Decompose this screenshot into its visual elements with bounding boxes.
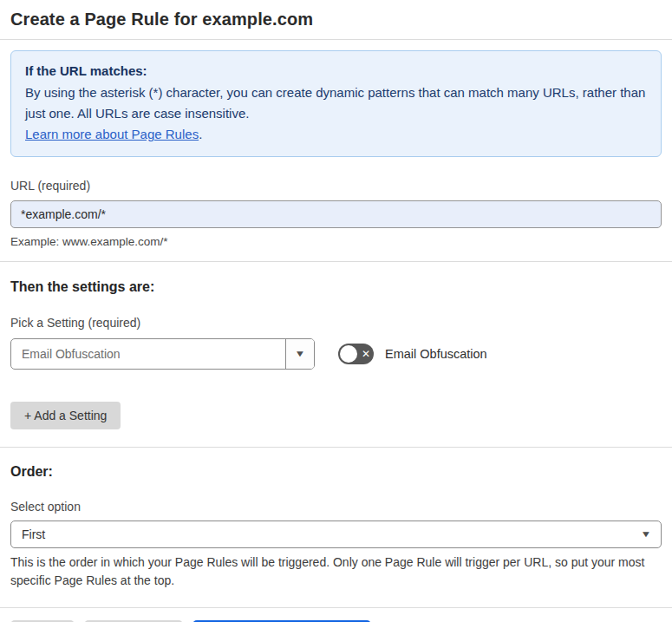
- url-field-label: URL (required): [10, 179, 662, 193]
- order-select[interactable]: First ▼: [10, 521, 662, 548]
- email-obfuscation-toggle[interactable]: ✕: [338, 344, 374, 364]
- settings-section-divider: [0, 447, 672, 448]
- header-divider: [0, 39, 672, 40]
- setting-row: Email Obfuscation ▼ ✕ Email Obfuscation: [10, 338, 662, 370]
- info-box-link-line: Learn more about Page Rules.: [25, 124, 647, 145]
- toggle-off-x-icon: ✕: [362, 344, 370, 364]
- pick-setting-dropdown[interactable]: Email Obfuscation ▼: [10, 338, 315, 370]
- toggle-knob: [340, 345, 357, 363]
- order-helper-text: This is the order in which your Page Rul…: [10, 553, 652, 590]
- pick-setting-dropdown-value: Email Obfuscation: [11, 339, 285, 369]
- info-box-body: By using the asterisk (*) character, you…: [25, 82, 647, 124]
- order-select-value: First: [22, 527, 642, 541]
- link-suffix: .: [199, 127, 202, 141]
- select-chevron-down-icon: ▼: [641, 530, 652, 539]
- order-select-label: Select option: [10, 500, 662, 514]
- add-setting-button[interactable]: + Add a Setting: [10, 402, 121, 429]
- url-example-helper: Example: www.example.com/*: [10, 235, 662, 248]
- toggle-setting-label: Email Obfuscation: [385, 347, 487, 361]
- url-section-divider: [0, 261, 672, 262]
- settings-section-heading: Then the settings are:: [10, 279, 662, 295]
- url-input[interactable]: [10, 200, 662, 228]
- order-section-heading: Order:: [10, 464, 662, 480]
- create-page-rule-panel: Create a Page Rule for example.com If th…: [0, 10, 672, 622]
- footer-divider: [0, 607, 672, 608]
- chevron-down-icon: ▼: [295, 350, 306, 358]
- learn-more-link[interactable]: Learn more about Page Rules: [25, 127, 199, 141]
- info-box-heading: If the URL matches:: [25, 61, 647, 82]
- dropdown-arrow-button[interactable]: ▼: [285, 339, 314, 369]
- url-match-info-box: If the URL matches: By using the asteris…: [10, 50, 662, 157]
- pick-setting-label: Pick a Setting (required): [10, 316, 662, 330]
- page-title: Create a Page Rule for example.com: [10, 10, 662, 29]
